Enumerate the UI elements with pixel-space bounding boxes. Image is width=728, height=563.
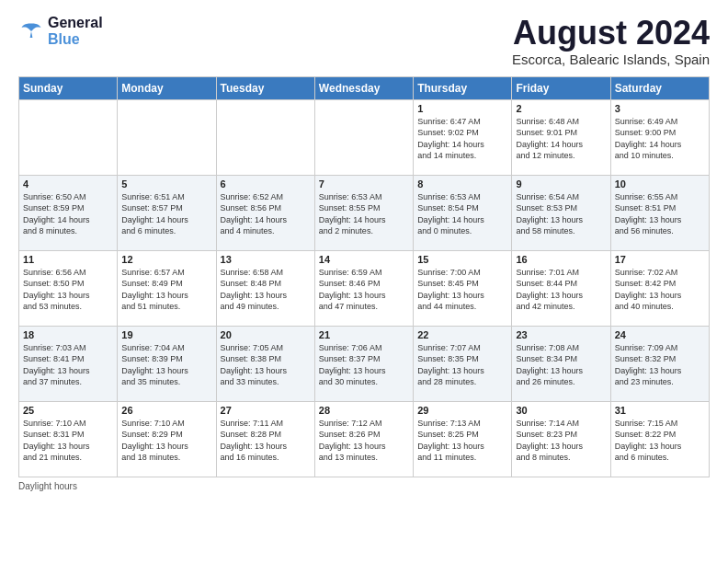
cell-info: Sunrise: 7:07 AM Sunset: 8:35 PM Dayligh… [417,342,507,388]
cell-info: Sunrise: 7:01 AM Sunset: 8:44 PM Dayligh… [516,267,606,313]
cell-4-2: 27Sunrise: 7:11 AM Sunset: 8:28 PM Dayli… [216,401,314,477]
day-number: 2 [516,103,606,114]
day-number: 18 [23,329,113,340]
week-row-3: 18Sunrise: 7:03 AM Sunset: 8:41 PM Dayli… [19,326,710,401]
cell-info: Sunrise: 6:47 AM Sunset: 9:02 PM Dayligh… [417,116,507,162]
cell-info: Sunrise: 7:10 AM Sunset: 8:31 PM Dayligh… [23,418,113,464]
day-number: 15 [417,254,507,265]
cell-info: Sunrise: 7:05 AM Sunset: 8:38 PM Dayligh… [221,342,311,388]
col-tuesday: Tuesday [216,76,314,99]
cell-info: Sunrise: 7:10 AM Sunset: 8:29 PM Dayligh… [121,418,211,464]
cell-2-0: 11Sunrise: 6:56 AM Sunset: 8:50 PM Dayli… [19,250,118,326]
calendar-table: Sunday Monday Tuesday Wednesday Thursday… [18,76,710,477]
day-number: 13 [221,254,311,265]
cell-info: Sunrise: 7:08 AM Sunset: 8:34 PM Dayligh… [516,342,606,388]
cell-info: Sunrise: 7:11 AM Sunset: 8:28 PM Dayligh… [221,418,311,464]
logo-text: General Blue [48,15,103,48]
cell-info: Sunrise: 7:15 AM Sunset: 8:22 PM Dayligh… [615,418,705,464]
footer-note: Daylight hours [18,481,710,491]
week-row-0: 1Sunrise: 6:47 AM Sunset: 9:02 PM Daylig… [19,99,710,175]
cell-info: Sunrise: 6:49 AM Sunset: 9:00 PM Dayligh… [615,116,705,162]
day-number: 25 [23,405,113,416]
week-row-4: 25Sunrise: 7:10 AM Sunset: 8:31 PM Dayli… [19,401,710,477]
day-number: 28 [319,405,409,416]
cell-4-3: 28Sunrise: 7:12 AM Sunset: 8:26 PM Dayli… [314,401,413,477]
cell-3-1: 19Sunrise: 7:04 AM Sunset: 8:39 PM Dayli… [118,326,216,401]
cell-3-0: 18Sunrise: 7:03 AM Sunset: 8:41 PM Dayli… [19,326,118,401]
col-sunday: Sunday [19,76,118,99]
cell-info: Sunrise: 6:57 AM Sunset: 8:49 PM Dayligh… [121,267,211,313]
cell-1-0: 4Sunrise: 6:50 AM Sunset: 8:59 PM Daylig… [19,175,118,250]
cell-1-2: 6Sunrise: 6:52 AM Sunset: 8:56 PM Daylig… [216,175,314,250]
col-wednesday: Wednesday [314,76,413,99]
cell-0-4: 1Sunrise: 6:47 AM Sunset: 9:02 PM Daylig… [414,99,512,175]
cell-info: Sunrise: 7:00 AM Sunset: 8:45 PM Dayligh… [417,267,507,313]
cell-info: Sunrise: 7:02 AM Sunset: 8:42 PM Dayligh… [615,267,705,313]
cell-2-4: 15Sunrise: 7:00 AM Sunset: 8:45 PM Dayli… [414,250,512,326]
footer-text: Daylight hours [18,481,77,491]
day-number: 20 [221,329,311,340]
cell-4-6: 31Sunrise: 7:15 AM Sunset: 8:22 PM Dayli… [610,401,709,477]
cell-2-2: 13Sunrise: 6:58 AM Sunset: 8:48 PM Dayli… [216,250,314,326]
day-number: 12 [121,254,211,265]
col-monday: Monday [118,76,216,99]
day-number: 23 [516,329,606,340]
day-number: 1 [417,103,507,114]
cell-info: Sunrise: 7:09 AM Sunset: 8:32 PM Dayligh… [615,342,705,388]
cell-4-0: 25Sunrise: 7:10 AM Sunset: 8:31 PM Dayli… [19,401,118,477]
page: General Blue August 2024 Escorca, Balear… [0,0,728,500]
day-number: 8 [417,178,507,190]
cell-info: Sunrise: 6:48 AM Sunset: 9:01 PM Dayligh… [516,116,606,162]
day-number: 14 [319,254,409,265]
cell-3-5: 23Sunrise: 7:08 AM Sunset: 8:34 PM Dayli… [512,326,610,401]
month-title: August 2024 [512,15,710,52]
day-number: 19 [121,329,211,340]
cell-0-1 [118,99,216,175]
day-number: 21 [319,329,409,340]
cell-0-3 [314,99,413,175]
cell-1-5: 9Sunrise: 6:54 AM Sunset: 8:53 PM Daylig… [512,175,610,250]
cell-info: Sunrise: 6:54 AM Sunset: 8:53 PM Dayligh… [516,191,606,237]
day-number: 16 [516,254,606,265]
cell-info: Sunrise: 7:06 AM Sunset: 8:37 PM Dayligh… [319,342,409,388]
cell-info: Sunrise: 7:03 AM Sunset: 8:41 PM Dayligh… [23,342,113,388]
day-number: 24 [615,329,705,340]
cell-4-5: 30Sunrise: 7:14 AM Sunset: 8:23 PM Dayli… [512,401,610,477]
day-number: 9 [516,178,606,190]
cell-3-3: 21Sunrise: 7:06 AM Sunset: 8:37 PM Dayli… [314,326,413,401]
cell-info: Sunrise: 6:53 AM Sunset: 8:55 PM Dayligh… [319,191,409,237]
cell-2-6: 17Sunrise: 7:02 AM Sunset: 8:42 PM Dayli… [610,250,709,326]
cell-info: Sunrise: 7:04 AM Sunset: 8:39 PM Dayligh… [121,342,211,388]
cell-info: Sunrise: 7:13 AM Sunset: 8:25 PM Dayligh… [417,418,507,464]
cell-info: Sunrise: 7:12 AM Sunset: 8:26 PM Dayligh… [319,418,409,464]
day-number: 4 [23,178,113,190]
header-row: Sunday Monday Tuesday Wednesday Thursday… [19,76,710,99]
week-row-1: 4Sunrise: 6:50 AM Sunset: 8:59 PM Daylig… [19,175,710,250]
day-number: 11 [23,254,113,265]
day-number: 26 [121,405,211,416]
cell-0-2 [216,99,314,175]
col-thursday: Thursday [414,76,512,99]
cell-2-1: 12Sunrise: 6:57 AM Sunset: 8:49 PM Dayli… [118,250,216,326]
day-number: 10 [615,178,705,190]
cell-1-3: 7Sunrise: 6:53 AM Sunset: 8:55 PM Daylig… [314,175,413,250]
day-number: 27 [221,405,311,416]
cell-0-0 [19,99,118,175]
title-area: August 2024 Escorca, Balearic Islands, S… [512,15,710,67]
cell-info: Sunrise: 6:56 AM Sunset: 8:50 PM Dayligh… [23,267,113,313]
day-number: 30 [516,405,606,416]
cell-info: Sunrise: 7:14 AM Sunset: 8:23 PM Dayligh… [516,418,606,464]
cell-4-4: 29Sunrise: 7:13 AM Sunset: 8:25 PM Dayli… [414,401,512,477]
day-number: 31 [615,405,705,416]
cell-1-6: 10Sunrise: 6:55 AM Sunset: 8:51 PM Dayli… [610,175,709,250]
day-number: 6 [221,178,311,190]
location: Escorca, Balearic Islands, Spain [512,52,710,67]
cell-info: Sunrise: 6:55 AM Sunset: 8:51 PM Dayligh… [615,191,705,237]
logo-icon [18,18,44,44]
cell-info: Sunrise: 6:52 AM Sunset: 8:56 PM Dayligh… [221,191,311,237]
cell-2-5: 16Sunrise: 7:01 AM Sunset: 8:44 PM Dayli… [512,250,610,326]
day-number: 3 [615,103,705,114]
col-friday: Friday [512,76,610,99]
cell-2-3: 14Sunrise: 6:59 AM Sunset: 8:46 PM Dayli… [314,250,413,326]
cell-0-6: 3Sunrise: 6:49 AM Sunset: 9:00 PM Daylig… [610,99,709,175]
